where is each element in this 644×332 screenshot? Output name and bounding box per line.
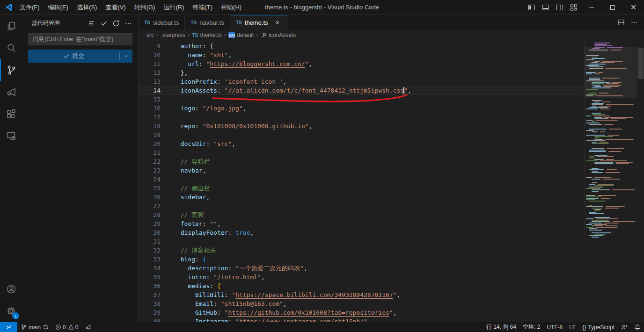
remote-explorer-icon[interactable] [0, 125, 22, 147]
search-icon[interactable] [0, 37, 22, 59]
scrollbar-thumb[interactable] [638, 48, 644, 79]
menu-file[interactable]: 文件(F) [15, 0, 44, 15]
breadcrumb-theme-ts[interactable]: TStheme.ts [192, 32, 222, 38]
line-number: 15 [139, 95, 161, 104]
debug-status-icon[interactable] [81, 322, 95, 332]
menu-run[interactable]: 运行(R) [159, 0, 188, 15]
check-icon [63, 53, 70, 59]
breadcrumb-vuepress[interactable]: .vuepress [161, 32, 185, 38]
minimize-button[interactable] [581, 0, 602, 14]
indentation[interactable]: 空格: 2 [520, 322, 543, 332]
accounts-icon[interactable] [0, 278, 22, 300]
code-line[interactable]: 39 GitHub: "https://github.com/0x101008?… [139, 308, 583, 317]
tab-theme-ts[interactable]: TS theme.ts × [230, 15, 287, 29]
code-line[interactable]: 9 author: { [139, 42, 583, 51]
code-line[interactable]: 35 intro: "/intro.html", [139, 273, 583, 281]
code-line[interactable]: 12 }, [139, 68, 583, 77]
tab-close-icon[interactable]: × [274, 19, 281, 26]
code-line[interactable]: 20 docsDir: "src", [139, 139, 583, 148]
menu-selection[interactable]: 选择(S) [73, 0, 101, 15]
code-line[interactable]: 17 [139, 113, 583, 122]
code-line[interactable]: 22 // 导航栏 [139, 157, 583, 166]
breadcrumb-iconassets[interactable]: iconAssets [261, 32, 296, 38]
code-line[interactable]: 28 // 页脚 [139, 210, 583, 219]
commit-dropdown-chevron[interactable] [120, 50, 132, 63]
code-line[interactable]: 38 Email: "sht15nb@163.com", [139, 299, 583, 308]
code-line[interactable]: 34 description: "一个热爱二次元的码农", [139, 264, 583, 273]
code-line[interactable]: 26 sidebar, [139, 193, 583, 202]
line-number: 39 [139, 308, 161, 317]
code-line[interactable]: 24 [139, 175, 583, 184]
more-actions-icon[interactable] [123, 18, 133, 29]
code-line[interactable]: 27 [139, 202, 583, 210]
extensions-icon[interactable] [0, 103, 22, 125]
code-line[interactable]: 21 [139, 148, 583, 157]
line-number: 26 [139, 193, 161, 202]
cursor-position[interactable]: 行 14, 列 64 [483, 322, 520, 332]
close-button[interactable]: ✕ [623, 0, 644, 14]
branch-indicator[interactable]: main [17, 322, 52, 332]
settings-gear-icon[interactable]: 1 [0, 300, 22, 322]
code-line[interactable]: 37 BiliBili: "https://space.bilibili.com… [139, 290, 583, 299]
commit-check-icon[interactable] [99, 18, 109, 29]
braces-icon: {} [582, 324, 586, 331]
split-editor-icon[interactable] [616, 17, 626, 28]
commit-message-input[interactable]: 消息(Ctrl+Enter 在"main"提交) [28, 33, 132, 45]
breadcrumb-src[interactable]: src [146, 32, 154, 38]
line-number: 18 [139, 122, 161, 130]
code-line[interactable]: 40 Instagram: "https://www.instagram.com… [139, 317, 583, 322]
menu-edit[interactable]: 编辑(E) [44, 0, 73, 15]
editor[interactable]: 9 author: {10 name: "sht",11 url: "https… [139, 41, 644, 322]
code-line[interactable]: 33 blog: { [139, 255, 583, 264]
toggle-panel-icon[interactable] [539, 0, 553, 14]
problems-indicator[interactable]: 0 0 [52, 322, 81, 332]
code-line[interactable]: 11 url: "https://bloggersht.com.cn/", [139, 59, 583, 68]
code-line[interactable]: 18 repo: "0x101008/0x101008.github.io", [139, 122, 583, 130]
code-line[interactable]: 31 [139, 237, 583, 246]
maximize-button[interactable] [602, 0, 623, 14]
menu-view[interactable]: 查看(V) [101, 0, 130, 15]
code-line[interactable]: 14 iconAssets: "//at.alicdn.com/t/c/font… [139, 86, 583, 95]
code-line[interactable]: 13 iconPrefix: 'iconfont icon-', [139, 77, 583, 86]
code-line[interactable]: 10 name: "sht", [139, 51, 583, 59]
view-sort-icon[interactable] [87, 18, 97, 29]
language-mode[interactable]: {} TypeScript [579, 322, 618, 332]
ts-file-icon: TS [236, 20, 242, 25]
source-control-panel: 源代码管理 消息(Ctrl+Enter 在"main"提交) 提 [22, 15, 139, 322]
explorer-icon[interactable] [0, 15, 22, 37]
code-line[interactable]: 36 medias: { [139, 281, 583, 290]
feedback-icon[interactable] [618, 322, 631, 332]
refresh-icon[interactable] [111, 18, 121, 29]
customize-layout-icon[interactable] [567, 0, 581, 14]
toggle-secondary-sidebar-icon[interactable] [553, 0, 567, 14]
menu-terminal[interactable]: 终端(T) [188, 0, 217, 15]
vertical-scrollbar[interactable] [637, 41, 644, 322]
code-line[interactable]: 30 displayFooter: true, [139, 228, 583, 237]
code-line[interactable]: 29 footer: "", [139, 219, 583, 228]
tab-sidebar-ts[interactable]: TS sidebar.ts [139, 15, 185, 29]
eol-sequence[interactable]: LF [566, 322, 579, 332]
vscode-logo-icon [5, 3, 13, 11]
minimap[interactable] [584, 41, 637, 242]
code-line[interactable]: 19 [139, 130, 583, 139]
tab-navbar-ts[interactable]: TS navbar.ts [185, 15, 230, 29]
run-debug-icon[interactable] [0, 81, 22, 103]
panel-title: 源代码管理 [32, 19, 60, 27]
code-line[interactable]: 32 // 博客相关 [139, 246, 583, 255]
line-number: 11 [139, 59, 161, 68]
remote-indicator[interactable] [0, 322, 17, 332]
line-number: 20 [139, 139, 161, 148]
commit-button[interactable]: 提交 [28, 50, 132, 63]
source-control-icon[interactable] [0, 59, 22, 81]
toggle-sidebar-icon[interactable] [525, 0, 539, 14]
code-line[interactable]: 23 navbar, [139, 166, 583, 175]
menu-help[interactable]: 帮助(H) [217, 0, 246, 15]
code-line[interactable]: 15 [139, 95, 583, 104]
menu-go[interactable]: 转到(G) [130, 0, 160, 15]
notifications-bell-icon[interactable] [631, 322, 644, 332]
code-line[interactable]: 25 // 侧边栏 [139, 184, 583, 193]
breadcrumb-default[interactable]: [@]default [228, 32, 254, 38]
encoding[interactable]: UTF-8 [543, 322, 566, 332]
code-line[interactable]: 16 logo: "/logo.jpg", [139, 104, 583, 113]
editor-more-actions-icon[interactable] [629, 17, 639, 28]
